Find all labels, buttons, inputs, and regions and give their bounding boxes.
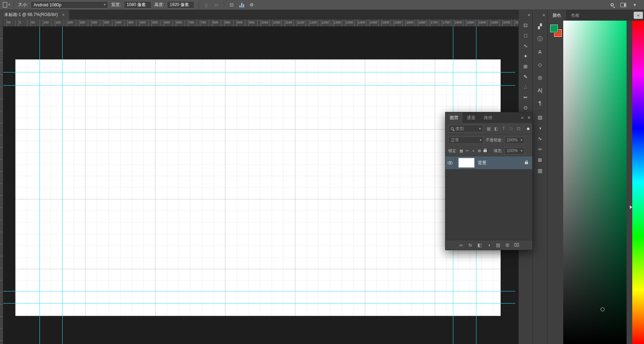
opacity-select[interactable]: 100% ▾ (504, 136, 525, 144)
clone-stamp-icon[interactable]: ⊙ (521, 104, 530, 112)
lock-transparency-icon[interactable]: ▦ (459, 149, 464, 153)
layers-panel-menu-icon[interactable]: ≡ (526, 112, 532, 123)
crop-icon[interactable]: ⊡ (521, 21, 530, 29)
new-group-icon[interactable]: ▤ (495, 242, 501, 248)
brush-icon[interactable]: ✏ (521, 93, 530, 101)
filter-smart-objects-icon[interactable]: ⊡ (515, 125, 522, 132)
ruler-tick-label: 100 (43, 21, 49, 24)
lock-artboard-icon[interactable]: ⊞ (477, 149, 482, 153)
layer-filter-select[interactable]: 类型 ▾ (448, 125, 483, 133)
workspace-button[interactable] (620, 1, 627, 9)
delete-layer-icon[interactable]: ⌧ (514, 242, 519, 248)
workspace-chevron-icon[interactable]: ▾ (631, 1, 638, 9)
layers-panel-overflow-icon[interactable]: » (519, 112, 526, 123)
slice-icon[interactable]: ⊞ (521, 63, 530, 70)
magic-wand-icon[interactable]: ✦ (521, 52, 530, 60)
ruler-tick (152, 20, 152, 26)
type-icon[interactable]: A| (535, 86, 545, 94)
horizontal-ruler[interactable]: 5005010015020025030035040045050055060065… (3, 20, 518, 27)
clone-source-icon[interactable]: ⊠ (535, 156, 545, 164)
ruler-tick-label: 1800 (455, 21, 462, 24)
settings-gear-icon[interactable]: ⚙ (248, 1, 255, 9)
layers-panel-tab-1[interactable]: 图层 (445, 112, 463, 123)
ruler-tick-label: 550 (152, 21, 158, 24)
channels-icon[interactable]: ◑ (535, 124, 545, 132)
paragraph-icon[interactable]: ¶ (535, 99, 545, 107)
ruler-tick-label: 1300 (334, 21, 341, 24)
preset-value: Android 1080p (33, 2, 61, 7)
saturation-brightness-field[interactable] (563, 21, 627, 344)
link-layers-icon[interactable]: ∞ (458, 242, 464, 248)
filter-pixel-layers-icon[interactable]: ▦ (485, 125, 492, 132)
adjustment-layer-icon[interactable]: ◑ (486, 242, 492, 248)
hue-slider-arrow-icon[interactable] (630, 205, 632, 209)
vertical-guide[interactable] (39, 27, 40, 344)
horizontal-guide[interactable] (3, 72, 515, 72)
horizontal-guide[interactable] (3, 85, 515, 86)
horizontal-guide[interactable] (3, 303, 515, 303)
filter-shape-layers-icon[interactable]: □ (508, 125, 514, 132)
color-panel-tab-1[interactable]: 颜色 (548, 10, 566, 21)
paths-icon[interactable]: ∿ (535, 135, 545, 143)
visibility-eye-icon[interactable] (448, 161, 453, 165)
lock-position-icon[interactable]: + (471, 149, 476, 153)
fill-select[interactable]: 100% ▾ (504, 147, 525, 155)
new-layer-icon[interactable]: ⊞ (505, 242, 510, 248)
ruler-tick-label: 50 (7, 21, 11, 24)
layer-thumbnail[interactable] (458, 158, 475, 168)
timeline-icon[interactable]: ▥ (535, 167, 545, 174)
collapse-strip-icon[interactable]: « (543, 12, 545, 17)
new-document-button[interactable]: ▾ (3, 1, 10, 9)
blend-mode-select[interactable]: 正常 ▾ (448, 136, 484, 144)
layer-row[interactable]: 背景 (445, 156, 532, 169)
orientation-portrait-icon[interactable]: ▯ (203, 1, 210, 9)
3d-icon[interactable]: ◇ (535, 61, 545, 69)
foreground-swatch[interactable] (550, 24, 558, 33)
layer-styles-icon[interactable]: fx (468, 242, 473, 248)
close-tab-icon[interactable]: × (62, 12, 65, 17)
ruler-tick (381, 20, 382, 26)
search-icon (451, 127, 454, 130)
document-tab[interactable]: 未标题-1 @ 66.7%(RGB/8#) × (0, 10, 69, 20)
brush-settings-icon[interactable]: ✑ (535, 145, 545, 153)
search-button[interactable] (608, 1, 616, 9)
hue-strip[interactable] (632, 21, 644, 344)
height-input[interactable]: 1920 像素 (167, 1, 195, 9)
marquee-icon[interactable]: □ (521, 32, 530, 39)
color-panel: 颜色色板 « (547, 10, 644, 344)
lasso-icon[interactable]: ∿ (521, 42, 530, 50)
color-picker-marker-icon[interactable] (601, 307, 605, 311)
collapse-color-panel-icon[interactable]: « (634, 12, 643, 19)
vertical-guide[interactable] (62, 27, 63, 344)
adjustments-icon[interactable]: ▞ (535, 22, 545, 30)
horizontal-guide[interactable] (3, 291, 515, 291)
color-panel-tab-2[interactable]: 色板 (566, 10, 585, 21)
ruler-tick (321, 20, 321, 26)
lock-all-icon[interactable] (484, 150, 487, 152)
filter-toggle-icon[interactable] (527, 128, 529, 130)
preset-select[interactable]: Android 1080p ▾ (31, 1, 108, 9)
character-styles-icon[interactable]: A (535, 48, 545, 56)
filter-adjustment-layers-icon[interactable]: ◧ (493, 125, 500, 132)
layers-panel-tab-3[interactable]: 路径 (480, 112, 497, 123)
canvas[interactable] (15, 59, 501, 316)
eyedropper-icon[interactable]: ✎ (521, 73, 530, 81)
ruler-tick (490, 20, 491, 26)
layer-mask-icon[interactable]: ◧ (477, 242, 482, 248)
width-value: 1080 像素 (127, 2, 146, 8)
orientation-landscape-icon[interactable]: ▭ (213, 1, 220, 9)
layers-panel-tab-2[interactable]: 通道 (463, 112, 480, 123)
width-input[interactable]: 1080 像素 (124, 1, 152, 9)
artboard-icon[interactable]: ⊡ (228, 1, 235, 9)
properties-icon[interactable]: ◎ (535, 74, 545, 81)
ruler-origin-corner[interactable] (0, 20, 3, 27)
collapse-strip-icon[interactable]: « (528, 12, 530, 17)
layers-icon[interactable]: ▤ (535, 113, 545, 121)
filter-type-layers-icon[interactable]: T (500, 125, 507, 132)
chart-button[interactable] (238, 1, 245, 9)
vertical-ruler[interactable] (0, 27, 3, 344)
ruler-tick-label: 350 (104, 21, 109, 24)
healing-brush-icon[interactable]: ∴ (521, 83, 530, 91)
lock-pixels-icon[interactable]: ✏ (465, 149, 470, 153)
info-icon[interactable]: ⓘ (535, 35, 545, 43)
